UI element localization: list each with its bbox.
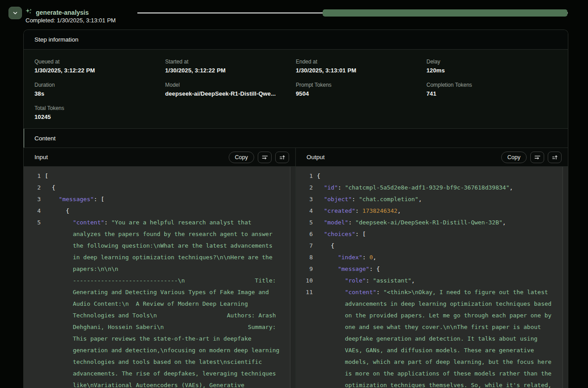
line-number: 9 — [296, 263, 313, 275]
wrap-text-icon — [261, 154, 268, 161]
line-number — [24, 321, 41, 333]
output-code-viewer: 1{2 "id": "chatcmpl-5a5d2e8e-adf1-9329-b… — [296, 167, 568, 388]
line-number: 2 — [24, 182, 41, 194]
line-number — [296, 333, 313, 345]
code-line: 1{ — [296, 170, 556, 182]
code-line: the following question:\nWhat are the la… — [24, 240, 284, 252]
step-name: generate-analysis — [36, 9, 89, 16]
code-line: analyzes the papers found by the researc… — [24, 228, 284, 240]
code-line: 11 "content": "<think>\nOkay, I need to … — [296, 287, 556, 298]
code-line: 10 "role": "assistant", — [296, 275, 556, 287]
info-field-label: Total Tokens — [34, 105, 165, 111]
code-line: on the provided papers. Let me go throug… — [296, 310, 556, 321]
info-field: Duration38s — [34, 82, 165, 97]
line-number: 2 — [296, 182, 313, 194]
code-line: papers:\n\n\n — [24, 263, 284, 275]
code-line: VAEs, GANs, and diffusion models. These … — [296, 345, 556, 356]
wrap-text-icon — [534, 154, 541, 161]
line-number — [296, 321, 313, 333]
collapse-button[interactable] — [9, 7, 22, 19]
line-number — [24, 263, 41, 275]
code-line: 4 { — [24, 205, 284, 217]
input-copy-button[interactable]: Copy — [229, 152, 254, 163]
info-field-label: Ended at — [296, 59, 426, 65]
line-number: 5 — [24, 217, 41, 228]
info-field-value: 1/30/2025, 3:12:22 PM — [165, 67, 296, 74]
scroll-to-top-icon — [279, 154, 286, 161]
info-field-label: Completion Tokens — [426, 82, 557, 88]
line-number: 3 — [24, 194, 41, 205]
info-field-label: Started at — [165, 59, 296, 65]
line-number: 3 — [296, 194, 313, 205]
output-copy-button[interactable]: Copy — [501, 152, 527, 163]
line-number — [296, 298, 313, 310]
code-line: technologies and tools based on the late… — [24, 356, 284, 368]
info-field-label: Duration — [34, 82, 165, 88]
info-field: Prompt Tokens9504 — [296, 82, 426, 97]
code-line: generation and detection,\nfocusing on m… — [24, 345, 284, 356]
line-number — [24, 240, 41, 252]
input-code-viewer: 1[2 {3 "messages": [4 {5 "content": "You… — [24, 167, 295, 388]
info-field-label: Model — [165, 82, 296, 88]
code-line: 2 { — [24, 182, 284, 194]
input-panel-header: Input Copy — [24, 148, 295, 167]
output-panel-header: Output Copy — [296, 148, 568, 167]
info-field: Started at1/30/2025, 3:12:22 PM — [165, 59, 296, 74]
line-number: 4 — [296, 205, 313, 217]
line-number — [24, 345, 41, 356]
line-number — [24, 287, 41, 298]
input-wrap-text-button[interactable] — [258, 152, 272, 163]
code-line: ------------------------------\n Title: — [24, 275, 284, 287]
info-field-value: 1/30/2025, 3:13:01 PM — [296, 67, 426, 74]
info-field-label: Prompt Tokens — [296, 82, 426, 88]
code-line: 5 "model": "deepseek-ai/DeepSeek-R1-Dist… — [296, 217, 556, 228]
info-field-value: 10245 — [34, 114, 165, 120]
output-panel-title: Output — [307, 154, 498, 160]
line-number — [24, 298, 41, 310]
code-line: Generating and Detecting Various Types o… — [24, 287, 284, 298]
code-line: Dehghani, Hossein Saberi\n Summary: — [24, 321, 284, 333]
step-info-grid: Queued at1/30/2025, 3:12:22 PMStarted at… — [24, 50, 568, 129]
info-field: Completion Tokens741 — [426, 82, 557, 97]
info-field: Queued at1/30/2025, 3:12:22 PM — [34, 59, 165, 74]
code-line: advancements in deep learning optimizati… — [296, 298, 556, 310]
code-line: 6 "choices": [ — [296, 228, 556, 240]
info-field: Ended at1/30/2025, 3:13:01 PM — [296, 59, 426, 74]
code-line: like\nVariational Autoencoders (VAEs), G… — [24, 380, 284, 388]
code-line: one and see what they cover.\n\nThe firs… — [296, 321, 556, 333]
info-field-value: 741 — [426, 90, 557, 97]
code-line: This paper reviews the state-of-the-art … — [24, 333, 284, 345]
input-scrollbar[interactable] — [290, 167, 295, 388]
info-field: Total Tokens10245 — [34, 105, 165, 120]
input-scroll-to-top-button[interactable] — [275, 152, 289, 163]
info-field: Delay120ms — [426, 59, 557, 74]
line-number — [296, 368, 313, 380]
sparkles-icon — [25, 8, 33, 16]
code-line: models, which are part of deep learning,… — [296, 356, 556, 368]
code-line: 5 "content": "You are a helpful research… — [24, 217, 284, 228]
code-line: 1[ — [24, 170, 284, 182]
completed-timestamp: Completed: 1/30/2025, 3:13:01 PM — [26, 17, 116, 24]
code-line: Technologies and Tools\n Authors: Arash — [24, 310, 284, 321]
timeline-duration-bar[interactable] — [323, 9, 567, 17]
info-field-label: Delay — [426, 59, 557, 65]
line-number — [24, 275, 41, 287]
code-line: 3 "object": "chat.completion", — [296, 194, 556, 205]
input-panel-title: Input — [34, 154, 225, 160]
line-number: 6 — [296, 228, 313, 240]
code-line: in deep learning optimization techniques… — [24, 252, 284, 263]
line-number — [24, 333, 41, 345]
line-number — [296, 356, 313, 368]
line-number: 7 — [296, 240, 313, 252]
content-title: Content — [34, 135, 55, 142]
output-wrap-text-button[interactable] — [530, 152, 544, 163]
output-scrollbar[interactable] — [562, 167, 568, 388]
line-number — [24, 228, 41, 240]
io-panels: Input Copy — [24, 148, 568, 388]
line-number: 1 — [296, 170, 313, 182]
line-number: 11 — [296, 287, 313, 298]
step-row-header: generate-analysis Completed: 1/30/2025, … — [0, 0, 588, 27]
line-number: 4 — [24, 205, 41, 217]
code-line: deepfake generation and detection. It ta… — [296, 333, 556, 345]
output-scroll-to-top-button[interactable] — [548, 152, 562, 163]
